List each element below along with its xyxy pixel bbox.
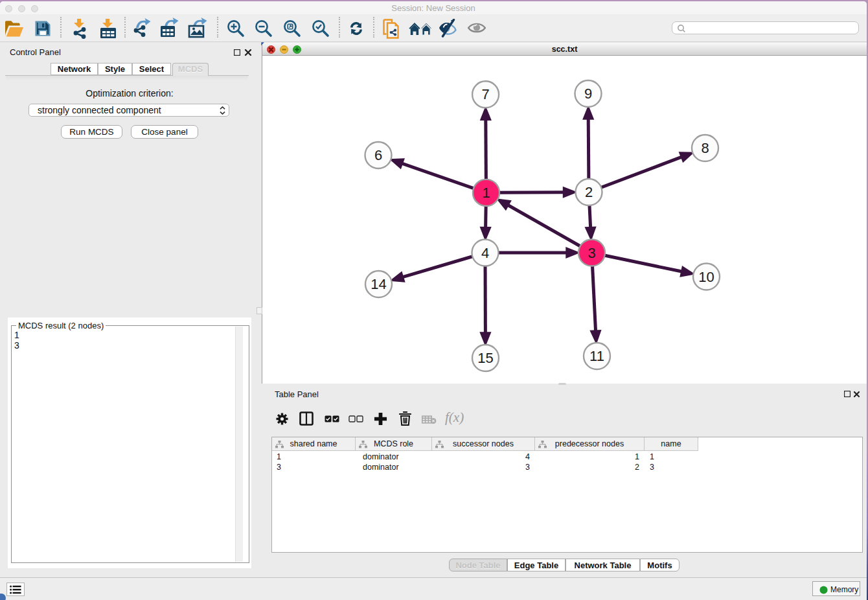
svg-text:8: 8 (701, 140, 709, 156)
svg-text:10: 10 (698, 269, 714, 285)
svg-text:2: 2 (585, 184, 593, 200)
svg-text:3: 3 (588, 245, 595, 261)
svg-text:7: 7 (481, 86, 489, 102)
svg-text:11: 11 (589, 348, 604, 364)
svg-text:9: 9 (584, 86, 592, 102)
svg-text:6: 6 (374, 147, 382, 163)
svg-text:1: 1 (482, 185, 490, 201)
svg-text:15: 15 (477, 350, 493, 366)
svg-text:4: 4 (481, 245, 489, 261)
svg-text:14: 14 (371, 276, 386, 292)
